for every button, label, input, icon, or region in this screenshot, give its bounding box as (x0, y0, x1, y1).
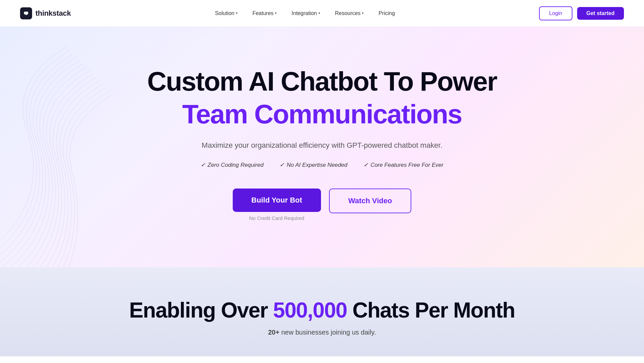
chevron-down-icon: ▾ (275, 11, 277, 15)
nav-features[interactable]: Features ▾ (246, 8, 283, 19)
stats-number: 500,000 (273, 298, 347, 322)
stats-subtitle-rest: new businesses joining us daily. (280, 329, 376, 336)
logo-icon (20, 7, 32, 19)
chevron-down-icon: ▾ (318, 11, 320, 15)
build-your-bot-button[interactable]: Build Your Bot (233, 189, 321, 212)
stats-subtitle: 20+ new businesses joining us daily. (268, 329, 376, 336)
main-nav: Solution ▾ Features ▾ Integration ▾ Reso… (209, 8, 401, 19)
feature-item-3: ✓ Core Features Free For Ever (363, 162, 443, 168)
no-credit-card-text: No Credit Card Required (249, 215, 304, 221)
header-buttons: Login Get started (539, 6, 624, 20)
get-started-button[interactable]: Get started (577, 7, 624, 20)
login-button[interactable]: Login (539, 6, 572, 20)
chevron-down-icon: ▾ (236, 11, 238, 15)
stats-subtitle-bold: 20+ (268, 329, 280, 336)
stats-title-suffix: Chats Per Month (347, 298, 515, 322)
decorative-waves (0, 27, 140, 267)
check-icon: ✓ (363, 162, 368, 168)
feature-item-1: ✓ Zero Coding Required (201, 162, 263, 168)
stats-section: Enabling Over 500,000 Chats Per Month 20… (0, 267, 644, 356)
features-list: ✓ Zero Coding Required ✓ No AI Expertise… (147, 162, 497, 168)
stats-title: Enabling Over 500,000 Chats Per Month (129, 298, 515, 323)
check-icon: ✓ (280, 162, 284, 168)
site-header: thinkstack Solution ▾ Features ▾ Integra… (0, 0, 644, 27)
logo-text: thinkstack (35, 9, 71, 18)
cta-primary-wrap: Build Your Bot No Credit Card Required (233, 189, 321, 221)
hero-title-line2: Team Communications (147, 100, 497, 129)
nav-solution[interactable]: Solution ▾ (209, 8, 244, 19)
nav-resources[interactable]: Resources ▾ (329, 8, 370, 19)
watch-video-button[interactable]: Watch Video (329, 189, 412, 213)
nav-integration[interactable]: Integration ▾ (286, 8, 326, 19)
logo[interactable]: thinkstack (20, 7, 71, 19)
nav-pricing[interactable]: Pricing (372, 8, 401, 19)
hero-content: Custom AI Chatbot To Power Team Communic… (147, 67, 497, 221)
stats-title-prefix: Enabling Over (129, 298, 273, 322)
chevron-down-icon: ▾ (362, 11, 364, 15)
feature-item-2: ✓ No AI Expertise Needed (280, 162, 347, 168)
hero-subtitle: Maximize your organizational efficiency … (147, 141, 497, 150)
check-icon: ✓ (201, 162, 205, 168)
hero-title-line1: Custom AI Chatbot To Power (147, 67, 497, 96)
hero-section: Custom AI Chatbot To Power Team Communic… (0, 27, 644, 267)
cta-buttons: Build Your Bot No Credit Card Required W… (147, 189, 497, 221)
